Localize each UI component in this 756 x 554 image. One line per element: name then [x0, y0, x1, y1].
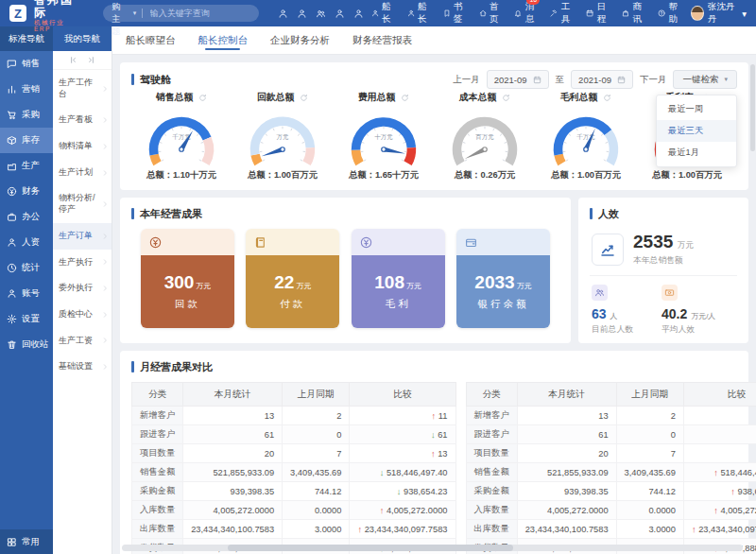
subnav-item-2[interactable]: 物料清单: [53, 133, 112, 160]
sidebar-item-1[interactable]: 营销: [0, 77, 53, 102]
account-icon: [7, 288, 17, 299]
sidebar-item-11[interactable]: 回收站: [0, 332, 53, 357]
tab-0[interactable]: 船长瞭望台: [126, 26, 176, 54]
annual-card-header: [246, 229, 339, 255]
annual-card-2[interactable]: 108万元毛利: [352, 229, 445, 328]
quick-search-button[interactable]: 一键检索 ▾: [673, 70, 737, 89]
refresh-icon[interactable]: [198, 94, 207, 102]
sidebar-item-2[interactable]: 采购: [0, 102, 53, 128]
date-to-input[interactable]: 2021-09: [571, 70, 633, 89]
subnav-item-1[interactable]: 生产看板: [53, 107, 112, 133]
refresh-icon[interactable]: [300, 94, 308, 102]
user-add-button[interactable]: [297, 9, 307, 19]
sidebar-item-5[interactable]: 财务: [0, 179, 53, 204]
chevron-right-icon: [102, 117, 109, 124]
sidebar-item-changyong[interactable]: 常用: [0, 529, 53, 554]
table-row: 入库数量4,005,272.00000.0000↑ 4,005,272.0000: [466, 501, 756, 520]
dropdown-option-1[interactable]: 最近三天: [657, 120, 736, 142]
sidebar-item-4[interactable]: 生产: [0, 153, 53, 179]
chevron-right-icon: [102, 259, 109, 266]
sidebar-item-7[interactable]: 人资: [0, 230, 53, 255]
efficiency-panel: 人效 2535 万元 本年总销售额 63 人目前总人数40.2 万元/人平均人效: [578, 198, 748, 343]
topbar-item-4[interactable]: 消息16: [514, 1, 540, 26]
people-icon: [592, 285, 608, 301]
subnav-item-0[interactable]: 生产工作台: [53, 70, 112, 107]
chevron-right-icon: [102, 233, 109, 239]
search-input[interactable]: [148, 8, 250, 19]
table-header-row: 分类本月统计上月同期比较: [132, 383, 456, 407]
efficiency-title-text: 人效: [598, 207, 619, 221]
gauge-chart: 百万元: [436, 105, 534, 169]
calendar-icon: [533, 76, 541, 84]
title-bar: [131, 74, 134, 85]
prev-month-button[interactable]: 上一月: [453, 74, 480, 86]
stat-number: 63: [592, 306, 607, 321]
collapse-left-icon[interactable]: [69, 56, 77, 64]
refresh-icon[interactable]: [502, 94, 510, 102]
chevron-right-icon: [102, 169, 109, 176]
topbar-item-8[interactable]: 帮助: [658, 1, 683, 26]
date-from-input[interactable]: 2021-09: [487, 70, 549, 89]
topbar-item-7[interactable]: 商讯: [622, 1, 647, 26]
topbar-item-5[interactable]: 工具: [550, 1, 576, 26]
user-menu[interactable]: 张沈丹丹 ▾: [691, 1, 747, 26]
dropdown-option-2[interactable]: 最近1月: [657, 142, 736, 164]
dropdown-option-0[interactable]: 最近一周: [657, 98, 736, 120]
annual-card-3[interactable]: 2033万元银行余额: [456, 229, 550, 328]
row-diff: ↑ 4,005,272.0000: [350, 501, 455, 520]
next-month-button[interactable]: 下一月: [640, 74, 667, 86]
subnav-item-10[interactable]: 基础设置: [53, 354, 112, 380]
subnav-item-6[interactable]: 生产执行: [53, 250, 112, 276]
search-scope-select[interactable]: 采购主题: [112, 0, 127, 38]
horizontal-scrollbar[interactable]: [122, 545, 743, 551]
subnav-item-7[interactable]: 委外执行: [53, 275, 112, 302]
topbar-item-3[interactable]: 首页: [479, 1, 505, 26]
cockpit-header: 驾驶舱 上一月 2021-09 至 2021-09 下一月: [131, 70, 737, 89]
topbar-item-2[interactable]: 书签: [443, 1, 469, 26]
tab-3[interactable]: 财务经营报表: [352, 26, 412, 54]
sidebar-item-6[interactable]: 办公: [0, 204, 53, 230]
chevron-right-icon: [102, 169, 109, 176]
user-headset-button[interactable]: [335, 9, 345, 19]
refresh-icon[interactable]: [603, 94, 611, 102]
sidebar-item-8[interactable]: 统计: [0, 255, 53, 281]
gauge-title: 回款总额: [257, 92, 294, 104]
brand-subtitle: 机械行业ERP: [34, 19, 80, 32]
sidebar-item-label: 财务: [22, 185, 40, 198]
sidebar-item-0[interactable]: 销售: [0, 51, 53, 77]
topbar-item-6[interactable]: 日程: [586, 1, 611, 26]
subnav-item-8[interactable]: 质检中心: [53, 302, 112, 328]
subnav-item-5[interactable]: 生产订单: [53, 223, 112, 250]
row-diff: ↓ 518,446,497.40: [350, 463, 455, 482]
subnav-item-3[interactable]: 生产计划: [53, 160, 112, 186]
gauge-total: 总额：1.65十万元: [349, 169, 419, 182]
annual-card-1[interactable]: 22万元付款: [246, 229, 339, 328]
sidebar-item-10[interactable]: 设置: [0, 306, 53, 332]
tab-2[interactable]: 企业财务分析: [270, 26, 330, 54]
subnav-item-9[interactable]: 生产工资: [53, 328, 112, 355]
subnav-item-4[interactable]: 物料分析/停产: [53, 185, 112, 222]
chevron-right-icon: [102, 311, 109, 318]
annual-card-0[interactable]: 300万元回款: [141, 229, 234, 328]
scrollbar-thumb[interactable]: [228, 545, 513, 551]
users-button[interactable]: [316, 9, 326, 19]
column-header: 比较: [683, 383, 756, 407]
brand-logo[interactable]: Z: [9, 5, 26, 22]
topbar-item-1[interactable]: 船长: [407, 1, 433, 26]
topbar-item-0[interactable]: 船长: [371, 1, 397, 26]
tab-1[interactable]: 船长控制台: [198, 26, 249, 54]
sidebar-item-3[interactable]: 库存: [0, 128, 53, 153]
refresh-icon[interactable]: [401, 94, 409, 102]
secondary-sidebar-items: 生产工作台生产看板物料清单生产计划物料分析/停产生产订单生产执行委外执行质检中心…: [53, 70, 112, 380]
user-voice-button[interactable]: [353, 9, 364, 19]
user-card-button[interactable]: [278, 9, 288, 19]
row-diff: ↑ 518,446,497.40: [683, 463, 756, 482]
row-category: 项目数量: [466, 444, 517, 463]
collapse-right-icon[interactable]: [87, 56, 95, 64]
chevron-right-icon: [102, 259, 109, 266]
finance-icon: [7, 186, 17, 197]
sidebar-item-9[interactable]: 账号: [0, 281, 53, 306]
vertical-scrollbar[interactable]: [750, 64, 755, 151]
chevron-right-icon: [102, 286, 109, 292]
gauge-header: 费用总额: [358, 91, 409, 105]
